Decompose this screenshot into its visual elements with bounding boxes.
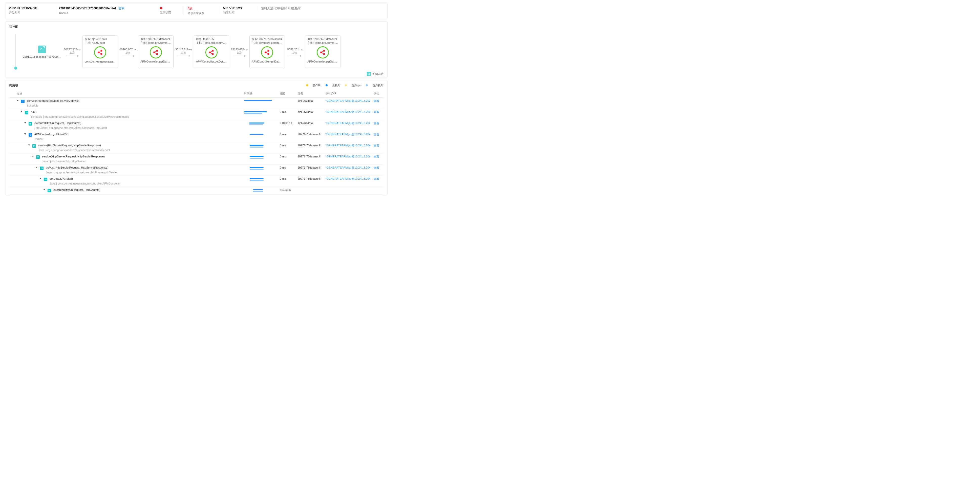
svg-rect-5 [156,53,158,55]
offset-cell: 0 ms [278,176,296,187]
table-row: m run() Schedule | org.springframework.s… [9,109,383,120]
resp-value: 50277.315ms [223,6,253,10]
topology-node[interactable]: 服务: sjhl-261data 主机: nc202-test com.bonr… [83,35,118,68]
arrow-icon [289,56,301,56]
metric-resp: 50277.315ms 响应时间 [219,6,257,14]
slider-knob[interactable] [14,67,17,70]
method-name: service(HttpServletRequest, HttpServletR… [38,144,101,147]
edge-time: 40263.967ms [120,48,137,51]
view-button[interactable]: 查看 [374,155,379,158]
table-header-row: 方法 时间轴 偏移 服务 探针@IP 属性 [9,89,383,98]
callstack-panel: 调用栈 总CPU 总耗时 自身cpu 自身耗时 方法 时间轴 偏移 服务 探针@… [5,80,388,195]
type-tag-icon: J [21,100,24,103]
view-button[interactable]: 查看 [374,99,379,102]
expand-caret[interactable] [40,178,41,179]
method-name: service(HttpServletRequest, HttpServletR… [42,155,105,158]
probe-link[interactable]: *GENERATEAPM.jar@10.241.3.204 [326,166,371,169]
timeline-bar [244,188,277,193]
topology-node[interactable]: 服务: test0105 主机: Temp.prd.comm.vm.by.idc… [194,35,229,68]
offset-cell: +5.056 s [278,187,296,195]
view-button[interactable]: 查看 [374,166,379,169]
method-sub: Java | javax.servlet.http.HttpServlet [32,160,241,163]
probe-link[interactable]: *GENERATEAPM.jar@10.241.3.202 [326,121,371,124]
edge-time: 5052.251ms [287,48,303,51]
node-operation: com.bonree.generateapm.job.Vis... [85,60,116,63]
zoom-slider[interactable] [12,34,19,70]
table-row: m service(HttpServletRequest, HttpServle… [9,153,383,164]
expand-caret[interactable] [32,156,34,157]
node-host: 主机: Temp.prd.comm.vm.by.idc.b... [307,41,338,45]
terminal-icon [38,46,46,53]
view-button[interactable]: 查看 [374,111,379,113]
view-button[interactable]: 查看 [374,133,379,136]
metric-cpu: 暂时无法计算得到CPU总耗时 [257,6,383,11]
cpu-value: 暂时无法计算得到CPU总耗时 [261,6,380,11]
callstack-table: 方法 时间轴 偏移 服务 探针@IP 属性 J com.bonree.gener… [9,89,383,195]
col-service: 服务 [296,89,324,98]
topology-edge: 5052.251ms1/次 [285,48,305,56]
error-icon [160,7,162,10]
probe-link[interactable]: *GENERATEAPM.jar@10.241.3.204 [326,177,371,180]
arrow-icon [66,56,79,56]
metric-errors: 0次 错误异常次数 [184,6,219,15]
view-button[interactable]: 查看 [374,177,379,180]
expand-caret[interactable] [24,133,26,135]
view-button[interactable]: 查看 [374,122,379,125]
expand-caret[interactable] [43,189,45,190]
topology-entry-node[interactable]: 2201191545565857fc3700003000f0e... [22,46,62,58]
method-sub: Tomcat [24,137,241,140]
expand-caret[interactable] [36,167,38,168]
node-operation: APMController.getData2272 [252,60,283,63]
col-method: 方法 [9,89,243,98]
offset-cell: 0 ms [278,142,296,153]
topology-edge: 15123.453ms1/次 [229,48,250,56]
node-host: 主机: Temp.prd.comm.vm.by.idc.b... [140,41,171,45]
view-button[interactable]: 查看 [374,144,379,147]
arrow-icon [122,56,134,56]
type-tag-icon: m [29,122,32,126]
probe-link[interactable]: *GENERATEAPM.jar@10.241.3.204 [326,155,371,158]
expand-caret[interactable] [24,122,26,123]
node-health-circle [150,46,162,59]
table-row: J com.bonree.generateapm.job.VisitJob.vi… [9,98,383,109]
expand-caret[interactable] [17,100,19,101]
node-host: 主机: Temp.prd.comm.vm.by.idc.b... [252,41,283,45]
arrow-icon [177,56,190,56]
svg-rect-10 [268,50,269,52]
svg-rect-4 [156,50,158,52]
node-health-circle [261,46,273,59]
probe-link[interactable]: *GENERATEAPM.jar@10.241.3.204 [326,132,371,136]
probe-link[interactable]: *GENERATEAPM.jar@10.241.3.204 [326,144,371,147]
method-sub: Schedule [17,104,241,107]
offset-cell: 0 ms [278,153,296,164]
slider-track [15,34,16,70]
offset-cell: 0 ms [278,109,296,120]
callstack-legends: 总CPU 总耗时 自身cpu 自身耗时 [302,83,383,87]
node-service: 服务: test0105 [196,37,227,41]
col-attr: 属性 [372,89,383,98]
probe-link[interactable]: *GENERATEAPM.jar@10.241.3.202 [326,99,371,102]
method-sub: Java | com.bonree.generateapm.controller… [40,182,241,185]
svg-rect-8 [212,53,214,55]
legend-button[interactable]: 图例说明 [367,72,383,76]
start-time-value: 2022-01-19 15:42:31 [9,6,51,10]
topology-node[interactable]: 服务: 20271-73datasunli 主机: Temp.prd.comm.… [250,35,285,68]
method-name: run() [30,110,37,113]
topology-panel: 拓扑图 2201191545565857fc3700003000f0e...50… [5,22,388,77]
service-cell: 20271-73datasunli [296,131,324,142]
table-row: m service(HttpServletRequest, HttpServle… [9,142,383,153]
legend-icon [367,72,371,76]
node-service: 服务: 20271-73datasunli [140,37,171,41]
probe-link[interactable]: *GENERATEAPM.jar@10.241.3.202 [326,110,371,113]
service-cell: sjhl-261data [296,120,324,131]
expand-caret[interactable] [28,145,30,146]
callstack-title: 调用栈 [9,83,18,88]
copy-button[interactable]: 复制 [118,6,124,10]
topology-node[interactable]: 服务: 20271-73datasunli 主机: Temp.prd.comm.… [305,35,340,68]
topology-node[interactable]: 服务: 20271-73datasunli 主机: Temp.prd.comm.… [138,35,173,68]
method-name: getData2271(Map) [49,177,73,180]
svg-rect-11 [268,53,269,55]
col-probe: 探针@IP [324,89,372,98]
errors-label: 错误异常次数 [188,11,215,15]
expand-caret[interactable] [21,111,22,112]
